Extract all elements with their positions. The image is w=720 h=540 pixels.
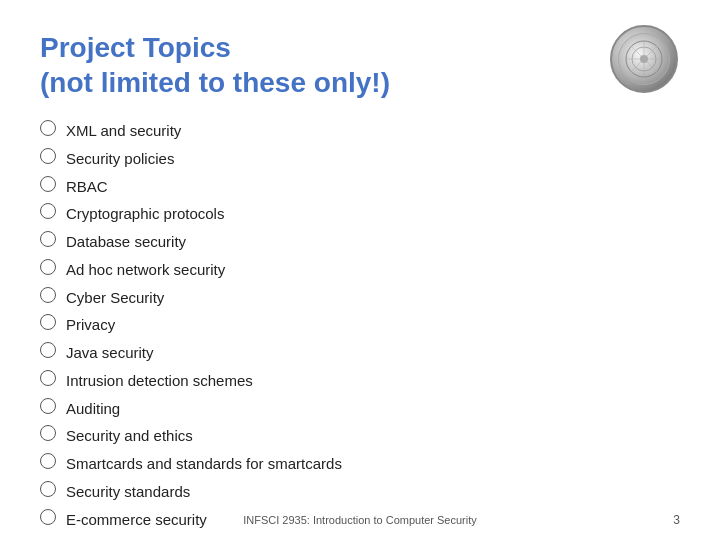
bullet-circle-icon [40,314,56,330]
bullet-text: Security and ethics [66,425,193,447]
header: Project Topics (not limited to these onl… [40,30,680,100]
bullet-circle-icon [40,287,56,303]
bullet-text: Privacy [66,314,115,336]
bullet-text: Intrusion detection schemes [66,370,253,392]
bullet-text: Database security [66,231,186,253]
list-item: Security policies [40,146,680,170]
bullet-circle-icon [40,481,56,497]
title-line1: Project Topics [40,32,231,63]
bullet-text: Security standards [66,481,190,503]
bullet-circle-icon [40,148,56,164]
list-item: Cyber Security [40,285,680,309]
slide: Project Topics (not limited to these onl… [0,0,720,540]
bullet-text: Smartcards and standards for smartcards [66,453,342,475]
bullet-text: Java security [66,342,154,364]
logo-inner [618,33,670,85]
bullet-circle-icon [40,398,56,414]
bullet-circle-icon [40,259,56,275]
slide-footer: INFSCI 2935: Introduction to Computer Se… [0,514,720,526]
bullet-circle-icon [40,203,56,219]
list-item: RBAC [40,174,680,198]
bullet-text: Ad hoc network security [66,259,225,281]
list-item: Security standards [40,479,680,503]
content-area: XML and securitySecurity policiesRBACCry… [40,118,680,534]
slide-title: Project Topics (not limited to these onl… [40,30,600,100]
footer-label: INFSCI 2935: Introduction to Computer Se… [243,514,477,526]
bullet-circle-icon [40,370,56,386]
bullet-circle-icon [40,231,56,247]
list-item: Privacy [40,312,680,336]
university-logo [610,25,678,93]
bullet-text: XML and security [66,120,181,142]
list-item: Cryptographic protocols [40,201,680,225]
bullet-text: Security policies [66,148,174,170]
title-line2: (not limited to these only!) [40,67,390,98]
bullet-text: Cyber Security [66,287,164,309]
bullet-circle-icon [40,176,56,192]
bullet-circle-icon [40,120,56,136]
list-item: Smartcards and standards for smartcards [40,451,680,475]
bullet-circle-icon [40,453,56,469]
list-item: Intrusion detection schemes [40,368,680,392]
logo-seal-icon [624,39,664,79]
logo-area [610,25,680,95]
bullet-text: Auditing [66,398,120,420]
list-item: Auditing [40,396,680,420]
bullet-circle-icon [40,342,56,358]
list-item: Security and ethics [40,423,680,447]
bullet-circle-icon [40,425,56,441]
list-item: Database security [40,229,680,253]
list-item: XML and security [40,118,680,142]
bullet-list: XML and securitySecurity policiesRBACCry… [40,118,680,534]
list-item: Java security [40,340,680,364]
bullet-text: RBAC [66,176,108,198]
bullet-text: Cryptographic protocols [66,203,224,225]
list-item: Ad hoc network security [40,257,680,281]
page-number: 3 [673,513,680,527]
